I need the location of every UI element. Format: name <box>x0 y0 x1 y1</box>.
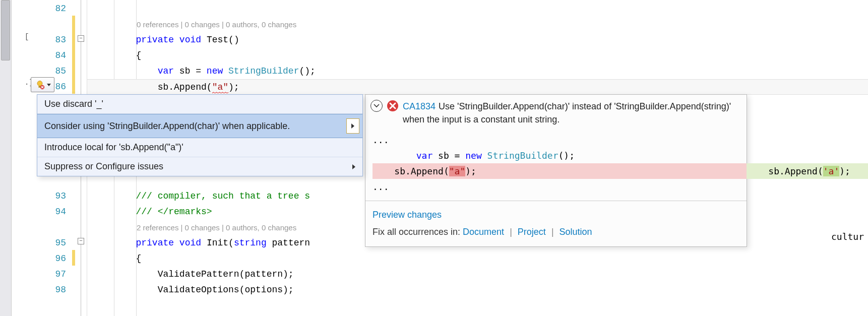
error-icon <box>387 100 399 112</box>
quick-action-label: Use discard '_' <box>44 99 103 109</box>
lightbulb-button[interactable] <box>31 77 54 92</box>
collapse-toggle[interactable]: − <box>78 35 84 42</box>
bracket-marker: [ <box>25 33 29 41</box>
scrollbar-thumb[interactable] <box>1 0 10 60</box>
vertical-scrollbar[interactable] <box>0 0 12 316</box>
line-number: 84 <box>39 48 66 64</box>
line-number: 95 <box>39 235 66 251</box>
overflow-code-fragment: cultur <box>831 231 864 242</box>
code-line-active[interactable]: sb.Append("a"); <box>87 79 868 95</box>
preview-header: CA1834Use 'StringBuilder.Append(char)' i… <box>365 95 747 130</box>
code-line[interactable]: ValidatePattern(pattern); <box>87 267 868 282</box>
code-line[interactable]: ValidateOptions(options); <box>87 282 868 298</box>
quick-action-item-selected[interactable]: Consider using 'StringBuilder.Append(cha… <box>37 114 362 138</box>
chevron-right-icon <box>351 123 354 129</box>
chevron-down-icon <box>47 84 51 86</box>
fix-solution-link[interactable]: Solution <box>560 227 592 237</box>
fix-document-link[interactable]: Document <box>463 227 504 237</box>
diff-added-line: sb.Append('a'); <box>747 163 868 179</box>
quick-action-item[interactable]: Use discard '_' <box>37 95 362 114</box>
chevron-right-icon <box>352 164 355 169</box>
code-line[interactable]: { <box>87 251 868 267</box>
collapse-toggle[interactable]: − <box>78 238 84 244</box>
codelens[interactable]: 0 references | 0 changes | 0 authors, 0 … <box>87 17 868 32</box>
quick-action-label: Introduce local for 'sb.Append("a")' <box>44 142 183 153</box>
rule-message: Use 'StringBuilder.Append(char)' instead… <box>403 101 731 124</box>
line-number: 93 <box>39 188 66 204</box>
collapse-button[interactable] <box>370 100 383 112</box>
quick-action-item[interactable]: Suppress or Configure issues <box>37 157 362 176</box>
line-number: 83 <box>39 32 66 48</box>
code-line[interactable]: { <box>87 48 868 64</box>
chevron-down-icon <box>374 104 380 108</box>
line-number: 97 <box>39 267 66 282</box>
fix-project-link[interactable]: Project <box>518 227 546 237</box>
line-number: 82 <box>39 1 66 17</box>
quick-action-item[interactable]: Introduce local for 'sb.Append("a")' <box>37 138 362 157</box>
fix-preview-tooltip: CA1834Use 'StringBuilder.Append(char)' i… <box>365 94 747 247</box>
quick-action-label: Suppress or Configure issues <box>44 161 163 172</box>
diff-preview: ... var sb = new StringBuilder(); sb.App… <box>365 130 747 199</box>
line-number: 96 <box>39 251 66 267</box>
line-number: 98 <box>39 282 66 298</box>
code-line[interactable]: var sb = new StringBuilder(); <box>87 64 868 79</box>
fix-all-label: Fix all occurrences in: <box>373 227 463 237</box>
quick-actions-menu: Use discard '_' Consider using 'StringBu… <box>37 94 363 176</box>
lightbulb-icon <box>35 80 45 90</box>
submenu-indicator[interactable] <box>346 118 359 134</box>
rule-id[interactable]: CA1834 <box>403 101 436 111</box>
code-line[interactable]: private void Test() <box>87 32 868 48</box>
preview-actions: Preview changes Fix all occurrences in: … <box>365 201 747 246</box>
line-number: 94 <box>39 204 66 220</box>
svg-point-0 <box>37 81 42 86</box>
preview-changes-link[interactable]: Preview changes <box>373 210 442 220</box>
indicator-margin: [ .]^ <box>12 0 39 316</box>
diff-removed-line: sb.Append("a"); <box>373 163 747 179</box>
quick-action-label: Consider using 'StringBuilder.Append(cha… <box>44 121 290 132</box>
